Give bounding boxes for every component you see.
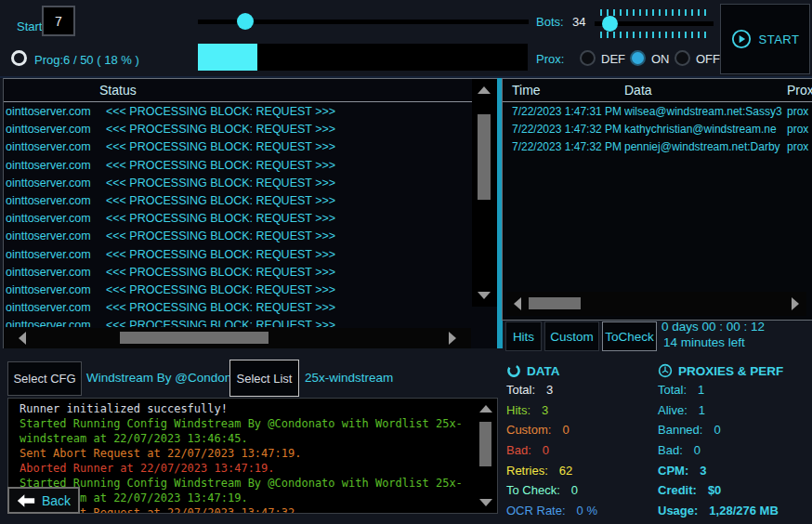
prog-value: 6 / 50 ( 18 % ) — [63, 53, 139, 67]
stat-row: OCR Rate: 0 % — [506, 501, 655, 521]
stat-label: Bad: — [506, 443, 531, 457]
prog-radio[interactable] — [11, 50, 27, 66]
bots-slider-ticks-top — [600, 9, 710, 16]
stat-row: CPM: 3 — [658, 460, 812, 480]
start-button[interactable]: START — [720, 4, 810, 74]
hit-row[interactable]: 7/22/2023 1:47:31 PM wilsea@windstream.n… — [503, 103, 812, 121]
bot-cell: ointtoserver.com — [6, 229, 100, 242]
back-button-label: Back — [42, 493, 71, 508]
status-cell: <<< PROCESSING BLOCK: REQUEST >>> — [106, 212, 335, 225]
bot-status-row[interactable]: ointtoserver.com <<< PROCESSING BLOCK: R… — [4, 299, 471, 317]
hit-time-cell: 7/22/2023 1:47:32 PM — [512, 123, 622, 136]
select-list-label: Select List — [237, 372, 293, 386]
proxies-stats-rows: Total: 1 Alive: 1 Banned: 0 Bad: 0 CPM: … — [658, 380, 812, 520]
back-button[interactable]: Back — [7, 487, 80, 514]
status-cell: <<< PROCESSING BLOCK: REQUEST >>> — [106, 319, 335, 327]
bot-status-horizontal-scrollbar[interactable] — [4, 328, 471, 348]
proxy-column-header: Prox — [787, 83, 812, 98]
hits-panel: Time Data Prox 7/22/2023 1:47:31 PM wils… — [502, 78, 812, 321]
bot-cell: ointtoserver.com — [6, 194, 100, 207]
scrollbar-thumb[interactable] — [529, 297, 581, 309]
stat-value: 3 — [700, 464, 706, 478]
status-cell: <<< PROCESSING BLOCK: REQUEST >>> — [106, 140, 335, 153]
tab-tocheck[interactable]: ToCheck — [602, 321, 657, 351]
status-cell: <<< PROCESSING BLOCK: REQUEST >>> — [106, 229, 335, 242]
scrollbar-thumb[interactable] — [478, 114, 491, 200]
stat-value: 1 — [698, 383, 704, 397]
prox-radio-off-label: OFF — [696, 52, 720, 66]
bots-slider-thumb[interactable] — [602, 16, 618, 32]
tab-hits[interactable]: Hits — [505, 321, 542, 351]
tab-hits-label: Hits — [513, 330, 534, 344]
tab-custom-label: Custom — [550, 330, 594, 344]
bot-status-row[interactable]: ointtoserver.com <<< PROCESSING BLOCK: R… — [4, 192, 471, 210]
bot-status-row[interactable]: ointtoserver.com <<< PROCESSING BLOCK: R… — [4, 175, 471, 192]
proxies-stats-title: PROXIES & PERF — [658, 361, 812, 380]
bot-cell: ointtoserver.com — [6, 212, 100, 225]
scroll-right-icon[interactable] — [792, 297, 799, 310]
bots-slider-ticks-bottom — [600, 32, 710, 38]
bot-cell: ointtoserver.com — [6, 266, 100, 279]
bot-status-row[interactable]: ointtoserver.com <<< PROCESSING BLOCK: R… — [4, 246, 471, 264]
scrollbar-thumb[interactable] — [120, 332, 268, 344]
console-line: Sent Abort Request at 22/07/2023 13:47:1… — [20, 446, 465, 461]
progress-bar — [198, 44, 528, 71]
console-line: Aborted Runner at 22/07/2023 13:47:19. — [20, 461, 465, 476]
hits-header: Time Data Prox — [503, 79, 812, 102]
start-slider[interactable] — [198, 20, 529, 24]
bot-status-rows[interactable]: ointtoserver.com <<< PROCESSING BLOCK: R… — [4, 103, 471, 327]
prox-radio-on[interactable] — [630, 50, 646, 66]
hits-horizontal-scrollbar[interactable] — [506, 292, 806, 316]
hits-rows[interactable]: 7/22/2023 1:47:31 PM wilsea@windstream.n… — [503, 103, 812, 289]
bot-status-row[interactable]: ointtoserver.com <<< PROCESSING BLOCK: R… — [4, 138, 471, 156]
bot-status-row[interactable]: ointtoserver.com <<< PROCESSING BLOCK: R… — [4, 157, 471, 175]
stat-value: 1,28/276 MB — [709, 504, 778, 517]
stat-label: CPM: — [658, 464, 688, 478]
status-cell: <<< PROCESSING BLOCK: REQUEST >>> — [106, 194, 335, 207]
stat-value: 62 — [559, 464, 572, 478]
hit-row[interactable]: 7/22/2023 1:47:32 PM kathychristian@wind… — [503, 121, 812, 138]
bot-status-row[interactable]: ointtoserver.com <<< PROCESSING BLOCK: R… — [4, 282, 471, 299]
hit-proxy-cell: prox — [787, 140, 808, 153]
console-line: Sent Abort Request at 22/07/2023 13:47:3… — [20, 505, 465, 514]
bot-status-vertical-scrollbar[interactable] — [472, 79, 497, 307]
stat-row: Usage: 1,28/276 MB — [658, 501, 812, 521]
bot-status-row[interactable]: ointtoserver.com <<< PROCESSING BLOCK: R… — [4, 317, 471, 327]
stat-row: Total: 1 — [658, 380, 812, 400]
status-cell: <<< PROCESSING BLOCK: REQUEST >>> — [106, 159, 335, 172]
runner-console[interactable]: Runner initialized succesfully! Started … — [7, 398, 498, 514]
bot-status-row[interactable]: ointtoserver.com <<< PROCESSING BLOCK: R… — [4, 121, 471, 138]
scrollbar-thumb[interactable] — [479, 422, 491, 466]
stat-label: OCR Rate: — [506, 504, 566, 517]
prox-radio-def[interactable] — [580, 50, 596, 66]
bots-slider[interactable] — [595, 21, 714, 26]
scroll-up-icon[interactable] — [478, 86, 491, 94]
scroll-down-icon[interactable] — [479, 499, 492, 506]
bot-status-row[interactable]: ointtoserver.com <<< PROCESSING BLOCK: R… — [4, 264, 471, 282]
stat-label: Hits: — [506, 403, 530, 417]
select-cfg-button[interactable]: Select CFG — [7, 361, 82, 396]
prox-radio-off[interactable] — [674, 50, 690, 66]
bot-status-row[interactable]: ointtoserver.com <<< PROCESSING BLOCK: R… — [4, 228, 471, 245]
bot-status-row[interactable]: ointtoserver.com <<< PROCESSING BLOCK: R… — [4, 210, 471, 228]
select-list-button[interactable]: Select List — [229, 360, 299, 397]
prox-radio-def-label: DEF — [601, 52, 625, 66]
scroll-up-icon[interactable] — [479, 405, 492, 413]
status-cell: <<< PROCESSING BLOCK: REQUEST >>> — [106, 123, 335, 136]
console-vertical-scrollbar[interactable] — [476, 400, 496, 512]
tab-custom[interactable]: Custom — [544, 321, 599, 351]
start-input[interactable] — [42, 6, 75, 36]
scroll-right-icon[interactable] — [449, 332, 456, 345]
stat-label: Credit: — [658, 483, 697, 497]
tab-tocheck-label: ToCheck — [605, 330, 654, 344]
back-arrow-icon — [17, 493, 35, 508]
scroll-left-icon[interactable] — [19, 332, 26, 345]
console-lines: Runner initialized succesfully! Started … — [20, 401, 465, 513]
start-slider-thumb[interactable] — [237, 13, 254, 30]
stat-value: 0 — [562, 423, 569, 437]
bot-status-row[interactable]: ointtoserver.com <<< PROCESSING BLOCK: R… — [4, 103, 471, 121]
hit-row[interactable]: 7/22/2023 1:47:32 PM penniej@windstream.… — [503, 138, 812, 156]
scroll-down-icon[interactable] — [478, 292, 491, 299]
bot-cell: ointtoserver.com — [6, 105, 100, 118]
scroll-left-icon[interactable] — [514, 297, 521, 310]
